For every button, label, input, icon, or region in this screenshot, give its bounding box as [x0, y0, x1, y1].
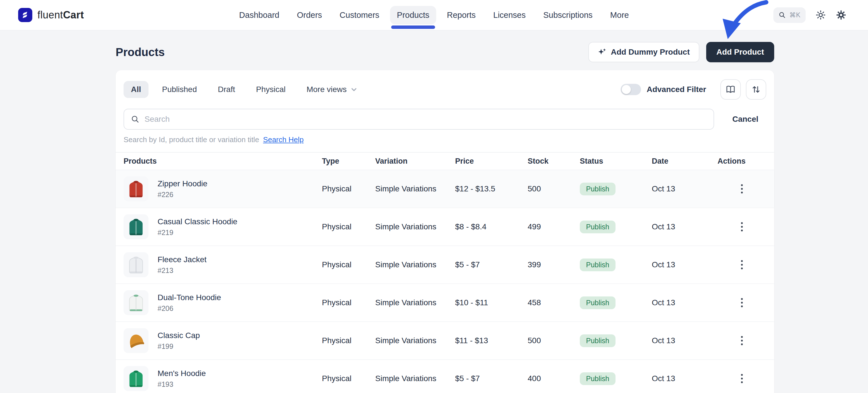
product-thumbnail	[124, 290, 149, 315]
nav-item-reports[interactable]: Reports	[440, 6, 483, 24]
search-help-link[interactable]: Search Help	[263, 135, 304, 144]
product-cell: Casual Classic Hoodie #219	[124, 214, 322, 239]
product-status-cell: Publish	[580, 259, 652, 271]
product-id: #219	[158, 229, 238, 237]
product-status-cell: Publish	[580, 372, 652, 385]
product-date: Oct 13	[652, 260, 717, 269]
product-thumbnail	[124, 366, 149, 391]
table-row[interactable]: Dual-Tone Hoodie #206 Physical Simple Va…	[116, 284, 774, 322]
product-id: #213	[158, 266, 207, 275]
page-head-actions: Add Dummy Product Add Product	[588, 42, 774, 62]
product-status-cell: Publish	[580, 183, 652, 195]
filter-tab-published[interactable]: Published	[155, 81, 204, 98]
kebab-icon	[741, 336, 743, 346]
product-name[interactable]: Casual Classic Hoodie	[158, 217, 238, 226]
product-status-cell: Publish	[580, 296, 652, 309]
nav-item-products[interactable]: Products	[390, 6, 436, 24]
kebab-icon	[741, 184, 743, 194]
product-thumbnail	[124, 328, 149, 353]
advanced-filter-toggle[interactable]	[621, 84, 641, 95]
row-actions-kebab-button[interactable]	[736, 294, 748, 311]
theme-toggle-button[interactable]	[815, 10, 826, 21]
table-row[interactable]: Men's Hoodie #193 Physical Simple Variat…	[116, 360, 774, 393]
table-row[interactable]: Casual Classic Hoodie #219 Physical Simp…	[116, 208, 774, 246]
main-content: Products Add Dummy Product Add Product A…	[116, 42, 774, 393]
filter-tab-draft[interactable]: Draft	[211, 81, 243, 98]
product-actions-cell	[717, 332, 766, 349]
column-header-status: Status	[580, 157, 652, 166]
product-stock: 458	[528, 298, 580, 307]
filter-tab-all[interactable]: All	[124, 81, 149, 98]
add-product-button[interactable]: Add Product	[706, 42, 774, 62]
nav-item-dashboard[interactable]: Dashboard	[232, 6, 286, 24]
app-root: fluentCart Dashboard Orders Customers Pr…	[0, 0, 868, 393]
product-stock: 500	[528, 336, 580, 345]
column-header-actions: Actions	[717, 157, 766, 166]
product-stock: 399	[528, 260, 580, 269]
nav-item-customers[interactable]: Customers	[333, 6, 386, 24]
row-actions-kebab-button[interactable]	[736, 219, 748, 235]
search-input[interactable]	[145, 115, 707, 124]
add-product-label: Add Product	[716, 47, 764, 57]
column-header-products: Products	[124, 157, 322, 166]
kebab-icon	[741, 298, 743, 307]
product-variation: Simple Variations	[375, 222, 455, 231]
product-actions-cell	[717, 370, 766, 387]
nav-item-orders[interactable]: Orders	[290, 6, 329, 24]
toggle-knob	[622, 85, 631, 94]
more-views-label: More views	[307, 85, 347, 94]
more-views-dropdown[interactable]: More views	[299, 81, 365, 98]
brand-name: fluentCart	[37, 9, 84, 21]
product-text: Zipper Hoodie #226	[158, 179, 208, 199]
global-search-button[interactable]: ⌘K	[773, 7, 806, 23]
product-id: #206	[158, 304, 221, 313]
nav-item-subscriptions[interactable]: Subscriptions	[536, 6, 599, 24]
table-row[interactable]: Zipper Hoodie #226 Physical Simple Varia…	[116, 170, 774, 208]
filter-row: All Published Draft Physical More views …	[124, 79, 766, 100]
add-dummy-product-button[interactable]: Add Dummy Product	[588, 42, 700, 62]
product-variation: Simple Variations	[375, 298, 455, 307]
nav-item-more[interactable]: More	[603, 6, 636, 24]
search-help-row: Search by Id, product title or variation…	[124, 135, 766, 144]
sort-arrows-icon	[751, 85, 761, 95]
status-badge: Publish	[580, 259, 616, 271]
chevron-down-icon	[350, 86, 358, 93]
sort-button[interactable]	[746, 79, 766, 100]
product-name[interactable]: Dual-Tone Hoodie	[158, 293, 221, 302]
row-actions-kebab-button[interactable]	[736, 332, 748, 349]
row-actions-kebab-button[interactable]	[736, 257, 748, 273]
status-badge: Publish	[580, 372, 616, 385]
product-price: $8 - $8.4	[455, 222, 528, 231]
docs-button[interactable]	[720, 79, 741, 100]
table-header: Products Type Variation Price Stock Stat…	[116, 152, 774, 170]
kebab-icon	[741, 222, 743, 232]
product-date: Oct 13	[652, 374, 717, 383]
add-dummy-product-label: Add Dummy Product	[611, 47, 690, 57]
product-type: Physical	[322, 222, 375, 231]
product-type: Physical	[322, 374, 375, 383]
row-actions-kebab-button[interactable]	[736, 181, 748, 197]
product-type: Physical	[322, 336, 375, 345]
product-cell: Classic Cap #199	[124, 328, 322, 353]
column-header-variation: Variation	[375, 157, 455, 166]
column-header-date: Date	[652, 157, 717, 166]
column-header-type: Type	[322, 157, 375, 166]
settings-button[interactable]	[836, 10, 846, 21]
brand[interactable]: fluentCart	[18, 8, 84, 22]
filter-tab-physical[interactable]: Physical	[249, 81, 293, 98]
table-row[interactable]: Fleece Jacket #213 Physical Simple Varia…	[116, 246, 774, 284]
nav-item-licenses[interactable]: Licenses	[487, 6, 532, 24]
product-thumbnail	[124, 214, 149, 239]
product-name[interactable]: Men's Hoodie	[158, 369, 206, 378]
product-name[interactable]: Classic Cap	[158, 331, 200, 340]
search-icon	[778, 11, 786, 19]
book-icon	[725, 85, 736, 95]
product-name[interactable]: Fleece Jacket	[158, 255, 207, 264]
cancel-search-button[interactable]: Cancel	[724, 115, 766, 124]
table-row[interactable]: Classic Cap #199 Physical Simple Variati…	[116, 322, 774, 360]
row-actions-kebab-button[interactable]	[736, 370, 748, 387]
topbar-actions: ⌘K	[773, 7, 846, 23]
product-actions-cell	[717, 181, 766, 197]
topbar: fluentCart Dashboard Orders Customers Pr…	[0, 0, 868, 31]
product-name[interactable]: Zipper Hoodie	[158, 179, 208, 188]
